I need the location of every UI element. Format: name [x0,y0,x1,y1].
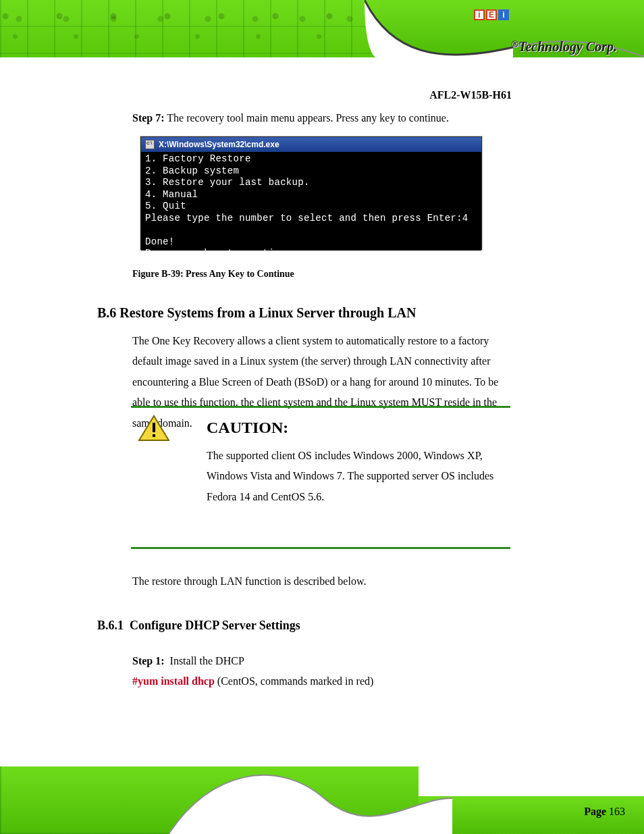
svg-rect-0 [153,423,155,432]
cmd-window: X:\Windows\System32\cmd.exe 1. Factory R… [140,136,482,250]
restore-lan-para: The restore through LAN function is desc… [132,571,510,592]
header-band: iEi ®Technology Corp. [0,0,644,76]
section-heading: B.6 Restore Systems from a Linux Server … [97,305,416,321]
figure-caption: Figure B-39: Press Any Key to Continue [132,269,294,280]
cmd-icon [145,140,155,149]
caution-rule-top [131,406,510,408]
step-1-text: Step 1: Install the DHCP #yum install dh… [132,651,510,692]
cmd-cursor [333,255,338,256]
header-decor-left [0,0,378,57]
intro-paragraph: The One Key Recovery allows a client sys… [132,331,510,434]
caution-rule-bottom [131,547,510,549]
footer-band: Page 163 [0,758,644,834]
cmd-body: 1. Factory Restore 2. Backup system 3. R… [141,152,481,251]
cmd-title-text: X:\Windows\System32\cmd.exe [159,140,279,149]
subsection-heading: B.6.1 Configure DHCP Server Settings [97,619,300,633]
step-7-text: Step 7: The recovery tool main menu appe… [132,112,449,124]
footer-swoosh [169,758,452,834]
svg-rect-1 [153,434,155,437]
logo-icon: iEi [474,9,509,20]
brand-text: ®Technology Corp. [512,39,617,55]
document-title: AFL2-W15B-H61 [429,89,512,101]
command-text: #yum install dhcp [132,675,215,687]
caution-title: CAUTION: [207,419,288,437]
warning-icon [138,415,170,442]
page-number: Page 163 [584,806,625,818]
caution-body: The supported client OS includes Windows… [207,446,510,507]
cmd-titlebar: X:\Windows\System32\cmd.exe [141,137,481,152]
